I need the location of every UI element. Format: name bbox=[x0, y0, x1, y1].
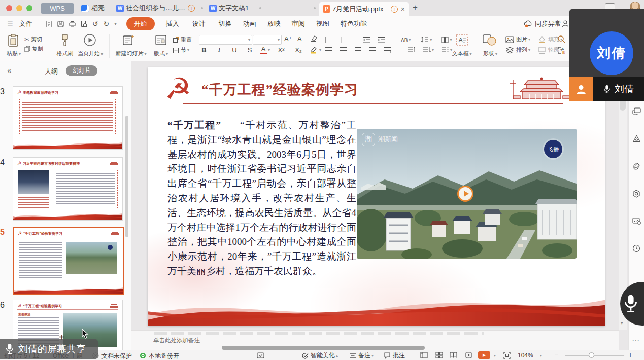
subscript-button[interactable]: X₂ bbox=[292, 46, 304, 54]
slide-layout-icon[interactable] bbox=[154, 33, 167, 47]
slide-sorter-view-icon[interactable] bbox=[435, 352, 443, 358]
zoom-slider-knob[interactable] bbox=[589, 352, 594, 358]
slide-thumbnail-4[interactable]: ☭ 习近平在内蒙古考察时讲话重要精神 bbox=[13, 157, 123, 221]
bold-button[interactable]: B bbox=[199, 46, 209, 54]
tab-design[interactable]: 设计 bbox=[192, 19, 206, 28]
font-family-select[interactable]: ▾ bbox=[199, 35, 252, 45]
sync-status[interactable]: 同步异常 bbox=[524, 19, 561, 28]
align-left-icon[interactable] bbox=[325, 47, 332, 53]
tab-special-features[interactable]: 特色功能 bbox=[341, 19, 367, 28]
assistant-triangle-icon[interactable] bbox=[633, 135, 640, 142]
tab-review[interactable]: 审阅 bbox=[292, 19, 305, 28]
zoom-in-button[interactable]: + bbox=[628, 351, 632, 359]
tab-transition[interactable]: 切换 bbox=[219, 19, 232, 28]
section-button[interactable]: 节 ▾ bbox=[173, 46, 189, 54]
picture-button[interactable]: 图片 ▾ bbox=[505, 35, 530, 43]
shapes-icon[interactable] bbox=[482, 33, 497, 47]
fit-slide-icon[interactable] bbox=[503, 352, 511, 359]
close-tab-icon[interactable]: × bbox=[401, 5, 405, 13]
maximize-window-button[interactable] bbox=[26, 5, 32, 11]
new-slide-icon[interactable] bbox=[122, 33, 135, 47]
slide-body-text[interactable]: “千万工程”——“千村示范、万村整治”工程，是浙江“绿水青山就是金山银山”理念在… bbox=[167, 118, 356, 279]
docer-tab[interactable]: 稻壳 bbox=[81, 4, 105, 13]
increase-indent-icon[interactable] bbox=[378, 37, 386, 43]
doc-tab-2[interactable]: W 文字文稿1 bbox=[209, 4, 249, 13]
zoom-chevron[interactable]: ▾ bbox=[540, 353, 542, 358]
new-tab-button[interactable]: + bbox=[413, 3, 418, 13]
zoom-out-button[interactable]: − bbox=[554, 351, 558, 359]
justify-icon[interactable] bbox=[369, 47, 377, 53]
superscript-button[interactable]: X² bbox=[275, 46, 287, 54]
cut-button[interactable]: ✂ 剪切 bbox=[24, 35, 42, 43]
decrease-font-button[interactable]: A⁻ bbox=[297, 35, 306, 43]
copy-button[interactable]: 复制 bbox=[24, 45, 43, 53]
wps-home-button[interactable]: WPS bbox=[41, 3, 74, 14]
zoom-level[interactable]: 104% bbox=[518, 352, 533, 359]
more-options-dots-icon[interactable]: ⋯ bbox=[632, 336, 640, 345]
slide-layout-button[interactable]: 版式▾ bbox=[150, 50, 172, 57]
message-check-icon[interactable] bbox=[257, 352, 264, 358]
tab-insert[interactable]: 插入 bbox=[166, 19, 179, 28]
text-box-button[interactable]: 文本框▾ bbox=[449, 50, 475, 57]
overlap-windows-icon[interactable] bbox=[632, 107, 641, 115]
slide-video[interactable]: 潮 潮新闻 飞播 bbox=[357, 129, 577, 259]
find-icon[interactable] bbox=[557, 35, 566, 44]
redo-icon[interactable]: ↻ bbox=[103, 20, 109, 28]
text-box-icon[interactable]: A bbox=[455, 33, 469, 47]
chevron-down-icon[interactable]: ▾ bbox=[319, 48, 321, 52]
text-direction-button[interactable]: AB ▾ bbox=[401, 37, 411, 43]
arrange-button[interactable]: 排列 ▾ bbox=[505, 46, 530, 54]
doc-tab-1[interactable]: W 社会组织参与…儿童保护研究 ! bbox=[116, 4, 195, 13]
paste-icon[interactable] bbox=[7, 34, 19, 47]
zoom-slider-track[interactable] bbox=[565, 355, 624, 356]
align-right-icon[interactable] bbox=[354, 47, 362, 53]
clear-format-icon[interactable] bbox=[310, 35, 317, 42]
panel-scrollbar[interactable] bbox=[125, 116, 128, 237]
collapse-panel-icon[interactable]: « bbox=[7, 66, 11, 75]
smart-beautify-button[interactable]: 智能美化 ▴ bbox=[301, 351, 338, 360]
scroll-down-arrow-icon[interactable]: ▾ bbox=[621, 320, 623, 326]
collaborate-user-icon[interactable] bbox=[561, 20, 569, 28]
protection-status[interactable]: 文档未保护 bbox=[101, 352, 132, 360]
close-window-button[interactable] bbox=[6, 5, 12, 11]
reset-slide-button[interactable]: 重置 bbox=[173, 36, 192, 44]
slide-canvas[interactable]: ☭ “千万工程”经验案例学习 “千万工程”——“千村示范、万村整治”工程，是浙江… bbox=[148, 67, 605, 326]
tab-view[interactable]: 视图 bbox=[316, 19, 329, 28]
tab-outline[interactable]: 大纲 bbox=[45, 67, 58, 76]
chevron-down-icon[interactable]: ▾ bbox=[268, 48, 270, 52]
strikethrough-button[interactable]: S bbox=[245, 46, 255, 54]
new-document-icon[interactable] bbox=[45, 20, 53, 28]
underline-button[interactable]: U bbox=[229, 46, 240, 54]
font-color-button[interactable]: A bbox=[260, 45, 267, 54]
notes-button[interactable]: 备注 ▾ bbox=[349, 351, 374, 360]
translate-icon[interactable]: AB bbox=[557, 46, 566, 54]
new-slide-button[interactable]: 新建幻灯片▾ bbox=[110, 50, 152, 57]
slide-thumbnail-3[interactable]: ☭ 主题教育政治理论学习 bbox=[13, 86, 123, 150]
participant-view-button[interactable] bbox=[569, 77, 593, 101]
save-icon[interactable] bbox=[57, 20, 64, 28]
hamburger-menu-icon[interactable]: ☰ bbox=[7, 20, 13, 28]
meeting-overlay[interactable]: 刘倩 刘倩 bbox=[569, 9, 644, 101]
slide-title[interactable]: “千万工程”经验案例学习 bbox=[201, 81, 358, 99]
line-spacing-button[interactable]: ▾ bbox=[421, 36, 432, 43]
slideshow-play-button[interactable]: ▶ bbox=[478, 351, 490, 359]
history-clock-icon[interactable] bbox=[632, 244, 640, 253]
paste-button[interactable]: 粘贴▾ bbox=[2, 50, 25, 57]
bullet-list-icon[interactable] bbox=[325, 37, 333, 43]
tab-slideshow[interactable]: 放映 bbox=[267, 19, 281, 28]
print-icon[interactable] bbox=[69, 20, 76, 28]
play-options-chevron[interactable]: ▾ bbox=[494, 353, 496, 358]
tab-slides[interactable]: 幻灯片 bbox=[66, 65, 97, 76]
backup-status[interactable]: 本地备份开 bbox=[149, 352, 179, 360]
doc-tab-active[interactable]: P 7月党日活动.pptx ! × bbox=[319, 2, 409, 16]
tab-home[interactable]: 开始 bbox=[126, 17, 155, 30]
row-spacing-button[interactable]: ▾ bbox=[423, 47, 434, 53]
distribute-icon[interactable] bbox=[384, 47, 391, 53]
tab-animation[interactable]: 动画 bbox=[243, 19, 256, 28]
horizontal-scrollbar[interactable] bbox=[222, 346, 425, 350]
video-play-button[interactable] bbox=[457, 186, 473, 202]
undo-icon[interactable]: ↺ bbox=[92, 20, 98, 28]
columns-button[interactable]: ▾ bbox=[441, 37, 452, 43]
print-preview-icon[interactable] bbox=[80, 20, 88, 28]
paragraph-spacing-icon[interactable] bbox=[408, 47, 416, 53]
